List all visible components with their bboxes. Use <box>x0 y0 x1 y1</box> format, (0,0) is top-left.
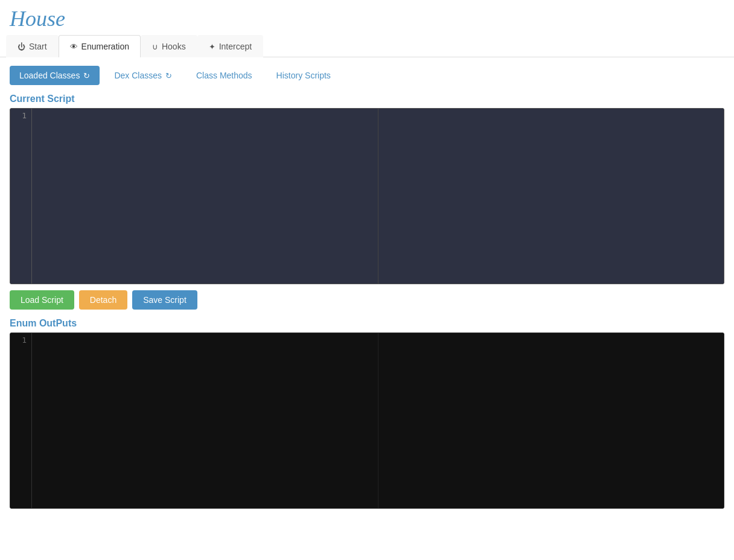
refresh-icon-2: ↻ <box>165 71 172 80</box>
detach-button[interactable]: Detach <box>79 290 127 310</box>
tab-hooks-label: Hooks <box>162 42 186 51</box>
refresh-icon-1: ↻ <box>83 71 90 80</box>
subtab-dex-classes-label: Dex Classes <box>114 71 162 80</box>
tab-start[interactable]: ⏻ Start <box>6 35 59 57</box>
script-editor[interactable]: 1 <box>10 108 724 284</box>
enum-outputs-editor[interactable]: 1 <box>10 332 724 509</box>
eye-icon: 👁 <box>70 42 78 51</box>
tab-start-label: Start <box>29 42 47 51</box>
subtab-class-methods[interactable]: Class Methods <box>187 66 262 85</box>
editor-right-panel <box>378 109 724 284</box>
enum-left-panel[interactable] <box>32 333 378 508</box>
app-header: House <box>0 0 734 35</box>
enum-line-number-1: 1 <box>22 336 27 345</box>
tab-enumeration[interactable]: 👁 Enumeration <box>59 35 141 57</box>
current-script-label: Current Script <box>0 91 734 108</box>
editor-gutter: 1 <box>10 109 32 284</box>
subtab-history-scripts[interactable]: History Scripts <box>267 66 340 85</box>
line-number-1: 1 <box>22 111 27 120</box>
tab-intercept-label: Intercept <box>219 42 252 51</box>
tab-intercept[interactable]: ✦ Intercept <box>197 35 263 57</box>
subtab-loaded-classes-label: Loaded Classes <box>19 71 80 80</box>
power-icon: ⏻ <box>18 42 25 51</box>
sub-tabs: Loaded Classes ↻ Dex Classes ↻ Class Met… <box>0 57 734 91</box>
enum-gutter: 1 <box>10 333 32 508</box>
editor-left-panel[interactable] <box>32 109 378 284</box>
subtab-class-methods-label: Class Methods <box>196 71 252 80</box>
button-row: Load Script Detach Save Script <box>0 284 734 316</box>
editor-main <box>32 109 724 284</box>
tab-enumeration-label: Enumeration <box>81 42 129 51</box>
load-script-button[interactable]: Load Script <box>10 290 74 310</box>
hooks-icon: ∪ <box>152 42 158 51</box>
save-script-button[interactable]: Save Script <box>132 290 197 310</box>
tab-hooks[interactable]: ∪ Hooks <box>141 35 197 57</box>
subtab-dex-classes[interactable]: Dex Classes ↻ <box>104 66 182 85</box>
subtab-loaded-classes[interactable]: Loaded Classes ↻ <box>10 66 100 85</box>
subtab-history-scripts-label: History Scripts <box>276 71 331 80</box>
app-title: House <box>10 6 724 31</box>
enum-main <box>32 333 724 508</box>
enum-outputs-label: Enum OutPuts <box>0 316 734 332</box>
nav-tabs: ⏻ Start 👁 Enumeration ∪ Hooks ✦ Intercep… <box>0 35 734 57</box>
intercept-icon: ✦ <box>209 42 215 51</box>
enum-right-panel <box>378 333 724 508</box>
